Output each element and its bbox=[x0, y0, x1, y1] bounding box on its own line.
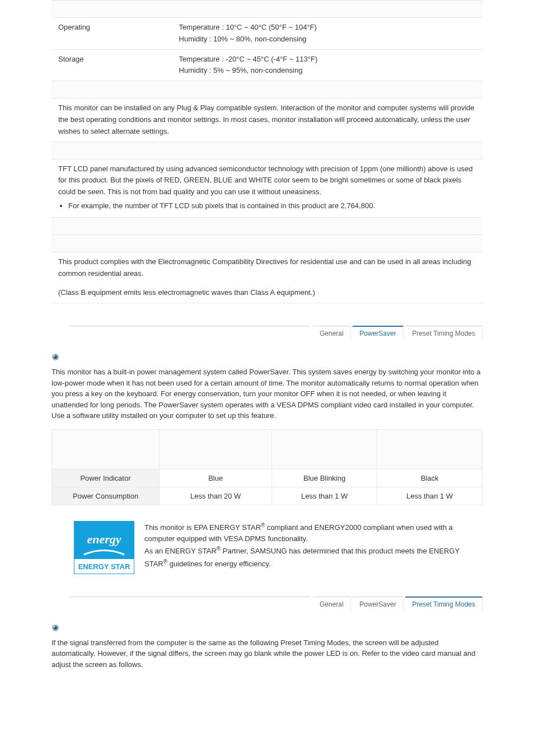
ps-col-saving bbox=[272, 429, 377, 469]
section-bullet-icon bbox=[51, 624, 483, 632]
powersaver-intro: This monitor has a built-in power manage… bbox=[51, 367, 483, 421]
dot-bullet: For example, the number of TFT LCD sub p… bbox=[68, 200, 476, 212]
tab-general[interactable]: General bbox=[313, 326, 351, 341]
ps-cell: Less than 1 W bbox=[377, 487, 483, 505]
section-header bbox=[51, 217, 483, 234]
ps-row-indicator: Power Indicator bbox=[52, 469, 160, 487]
ps-cell: Less than 20 W bbox=[160, 487, 272, 505]
svg-text:ENERGY STAR: ENERGY STAR bbox=[78, 562, 130, 571]
dot-text: TFT LCD panel manufactured by using adva… bbox=[51, 159, 483, 217]
tab-powersaver[interactable]: PowerSaver bbox=[353, 597, 403, 612]
ps-col-normal bbox=[160, 429, 272, 469]
energy-star-logo: energy ENERGY STAR bbox=[74, 521, 134, 574]
tab-preset[interactable]: Preset Timing Modes bbox=[405, 326, 483, 341]
tab-general[interactable]: General bbox=[313, 597, 351, 612]
tabbar-preset: General PowerSaver Preset Timing Modes bbox=[51, 597, 483, 612]
class-b-text: This product complies with the Electroma… bbox=[51, 252, 483, 303]
svg-point-9 bbox=[54, 626, 55, 627]
energy-star-row: energy ENERGY STAR This monitor is EPA E… bbox=[51, 521, 483, 574]
ps-cell: Less than 1 W bbox=[272, 487, 377, 505]
ps-cell: Blue bbox=[160, 469, 272, 487]
energy-star-text: This monitor is EPA ENERGY STAR® complia… bbox=[144, 521, 483, 570]
storage-value: Temperature : -20°C ~ 45°C (-4°F ~ 113°F… bbox=[172, 49, 483, 81]
ps-col-off bbox=[377, 429, 483, 469]
operating-label: Operating bbox=[51, 18, 172, 50]
tab-powersaver[interactable]: PowerSaver bbox=[353, 326, 403, 341]
section-header bbox=[51, 234, 483, 252]
ps-cell: Black bbox=[377, 469, 483, 487]
svg-point-2 bbox=[54, 355, 55, 356]
ps-col-state bbox=[52, 429, 160, 469]
section-header bbox=[51, 1, 483, 18]
spec-table: Operating Temperature : 10°C ~ 40°C (50°… bbox=[51, 0, 483, 303]
tabbar-powersaver: General PowerSaver Preset Timing Modes bbox=[51, 326, 483, 341]
section-header bbox=[51, 81, 483, 98]
powersaver-table: Power Indicator Blue Blue Blinking Black… bbox=[51, 429, 483, 505]
tab-preset[interactable]: Preset Timing Modes bbox=[405, 597, 483, 612]
section-header bbox=[51, 142, 483, 159]
operating-value: Temperature : 10°C ~ 40°C (50°F ~ 104°F)… bbox=[172, 18, 483, 50]
svg-text:energy: energy bbox=[87, 532, 121, 546]
plug-play-text: This monitor can be installed on any Plu… bbox=[51, 98, 483, 142]
section-bullet-icon bbox=[51, 353, 483, 361]
preset-intro: If the signal transferred from the compu… bbox=[51, 637, 483, 670]
ps-row-consumption: Power Consumption bbox=[52, 487, 160, 505]
storage-label: Storage bbox=[51, 49, 172, 81]
ps-cell: Blue Blinking bbox=[272, 469, 377, 487]
